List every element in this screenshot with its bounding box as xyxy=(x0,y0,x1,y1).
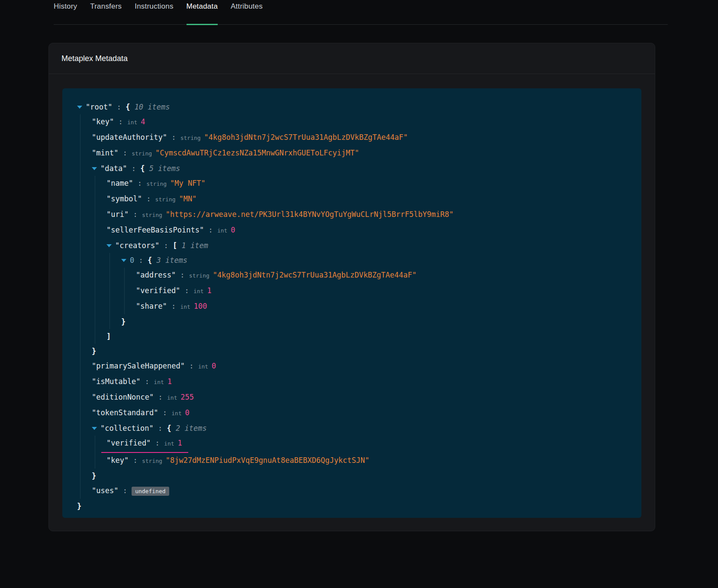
json-type-label: int xyxy=(171,410,185,417)
json-row-content: "root" : { 10 items xyxy=(77,103,170,111)
json-row: "data" : { 5 items xyxy=(92,161,633,176)
json-colon: : xyxy=(141,377,154,386)
json-close-brace: } xyxy=(77,499,633,514)
collapse-arrow-icon[interactable] xyxy=(121,259,126,262)
json-node: "uses" : undefined xyxy=(92,483,633,499)
json-node: "creators" : [ 1 item0 : { 3 items"addre… xyxy=(106,238,633,344)
json-value: 4 xyxy=(141,117,145,126)
json-row: "uses" : undefined xyxy=(92,483,633,499)
card-body: "root" : { 10 items"key" : int 4"updateA… xyxy=(49,74,655,531)
json-row-content: "symbol" : string "MN" xyxy=(106,194,196,203)
card-title: Metaplex Metadata xyxy=(61,54,642,63)
json-row-content: "sellerFeeBasisPoints" : int 0 xyxy=(106,226,235,234)
tab-instructions[interactable]: Instructions xyxy=(135,2,173,24)
json-colon: : xyxy=(185,362,198,370)
json-row: "tokenStandard" : int 0 xyxy=(92,405,633,421)
json-close-brace: } xyxy=(92,468,633,483)
json-row: "uri" : string "https://arweave.net/PK3U… xyxy=(106,207,633,223)
json-items-count: 10 items xyxy=(130,103,170,111)
json-key: "verified" xyxy=(136,286,180,295)
json-viewer: "root" : { 10 items"key" : int 4"updateA… xyxy=(62,88,641,518)
json-value: "4kg8oh3jdNtn7j2wcS7TrUua31AgbLzDVkBZgTA… xyxy=(213,271,417,279)
card-header: Metaplex Metadata xyxy=(49,43,655,74)
tab-history[interactable]: History xyxy=(54,2,77,24)
json-key: "editionNonce" xyxy=(92,393,154,401)
json-value: "MN" xyxy=(179,194,196,203)
json-children: 0 : { 3 items"address" : string "4kg8oh3… xyxy=(109,253,633,329)
json-node: 0 : { 3 items"address" : string "4kg8oh3… xyxy=(121,253,633,329)
json-key: "isMutable" xyxy=(92,377,141,386)
json-key: "tokenStandard" xyxy=(92,408,158,417)
json-row-content: "verified" : int 1 xyxy=(101,436,188,453)
json-key: "symbol" xyxy=(106,194,142,203)
json-key: "updateAuthority" xyxy=(92,133,167,142)
json-open-brace: { xyxy=(148,256,152,265)
json-node: "primarySaleHappened" : int 0 xyxy=(92,359,633,374)
json-row-content: "collection" : { 2 items xyxy=(92,424,207,433)
json-colon: : xyxy=(176,271,189,279)
json-key: "mint" xyxy=(92,149,118,157)
json-row: "key" : string "8jw27dMzENPiudPxVqE9gnuA… xyxy=(106,453,633,468)
json-node: "verified" : int 1 xyxy=(106,436,633,453)
json-key: "primarySaleHappened" xyxy=(92,362,185,370)
json-node: "verified" : int 1 xyxy=(136,283,633,299)
json-close-brace: ] xyxy=(106,329,633,344)
json-node: "share" : int 100 xyxy=(136,299,633,314)
json-close-brace: } xyxy=(92,344,633,359)
json-items-count: 3 items xyxy=(152,256,187,265)
json-node: "key" : string "8jw27dMzENPiudPxVqE9gnuA… xyxy=(106,453,633,468)
json-colon: : xyxy=(158,408,172,417)
json-row-content: "key" : int 4 xyxy=(92,117,145,126)
json-value: 255 xyxy=(180,393,194,401)
json-value: "My NFT" xyxy=(170,179,206,187)
json-row: "name" : string "My NFT" xyxy=(106,176,633,191)
json-row: "collection" : { 2 items xyxy=(92,421,633,436)
json-row-content: "editionNonce" : int 255 xyxy=(92,393,194,401)
json-colon: : xyxy=(151,439,164,447)
tab-attributes[interactable]: Attributes xyxy=(231,2,263,24)
json-node: "collection" : { 2 items"verified" : int… xyxy=(92,421,633,483)
json-row-content: 0 : { 3 items xyxy=(121,256,187,265)
json-children: "name" : string "My NFT""symbol" : strin… xyxy=(95,176,633,344)
json-row: "isMutable" : int 1 xyxy=(92,374,633,390)
json-row-content: "mint" : string "CymscdAwuTRjCz1ezsNZa15… xyxy=(92,149,359,157)
json-type-label: int xyxy=(180,304,193,310)
json-colon: : xyxy=(159,241,173,250)
json-type-label: int xyxy=(154,379,167,385)
json-type-label: string xyxy=(142,458,166,464)
json-key: "sellerFeeBasisPoints" xyxy=(106,226,204,234)
json-row-content: "tokenStandard" : int 0 xyxy=(92,408,190,417)
json-open-brace: { xyxy=(167,424,171,433)
json-colon: : xyxy=(167,133,180,142)
json-node: "data" : { 5 items"name" : string "My NF… xyxy=(92,161,633,359)
json-row-content: "name" : string "My NFT" xyxy=(106,179,206,187)
json-row: "verified" : int 1 xyxy=(136,283,633,299)
json-row-content: "key" : string "8jw27dMzENPiudPxVqE9gnuA… xyxy=(106,456,370,465)
json-node: "key" : int 4 xyxy=(92,114,633,130)
json-row-content: "creators" : [ 1 item xyxy=(106,241,208,250)
json-node: "mint" : string "CymscdAwuTRjCz1ezsNZa15… xyxy=(92,145,633,161)
json-open-brace: { xyxy=(140,164,145,173)
tab-metadata[interactable]: Metadata xyxy=(187,2,218,25)
json-key: "name" xyxy=(106,179,133,187)
json-colon: : xyxy=(154,424,167,433)
json-row-content: "verified" : int 1 xyxy=(136,286,212,295)
json-value: 0 xyxy=(185,408,190,417)
collapse-arrow-icon[interactable] xyxy=(92,167,97,170)
json-key: "uri" xyxy=(106,210,129,219)
json-colon: : xyxy=(154,393,167,401)
json-type-label: int xyxy=(217,227,231,234)
json-key: "verified" xyxy=(106,439,151,447)
json-row: "address" : string "4kg8oh3jdNtn7j2wcS7T… xyxy=(136,268,633,283)
json-node: "editionNonce" : int 255 xyxy=(92,390,633,405)
json-colon: : xyxy=(180,286,193,295)
collapse-arrow-icon[interactable] xyxy=(106,244,112,247)
collapse-arrow-icon[interactable] xyxy=(77,106,82,109)
tab-transfers[interactable]: Transfers xyxy=(90,2,122,24)
json-colon: : xyxy=(112,103,126,111)
json-items-count: 1 item xyxy=(177,241,208,250)
json-colon: : xyxy=(129,456,142,465)
metaplex-metadata-card: Metaplex Metadata "root" : { 10 items"ke… xyxy=(48,43,655,531)
json-value: 1 xyxy=(167,377,172,386)
collapse-arrow-icon[interactable] xyxy=(92,427,97,430)
